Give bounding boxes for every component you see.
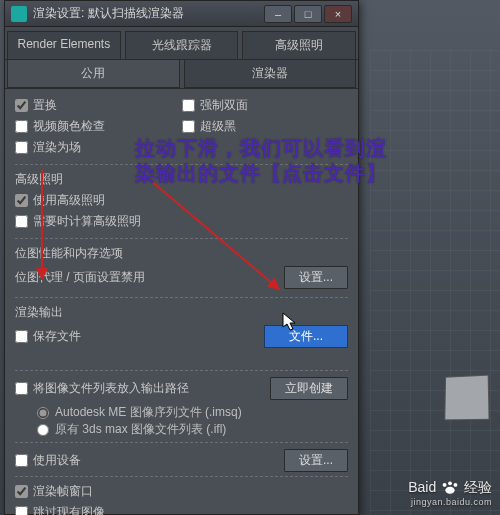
label-bitmap-proxy-disabled: 位图代理 / 页面设置禁用 bbox=[15, 269, 284, 286]
label-displacement: 置换 bbox=[33, 97, 57, 114]
watermark-suffix: 经验 bbox=[464, 479, 492, 495]
label-put-image-list-in-path: 将图像文件列表放入输出路径 bbox=[33, 380, 189, 397]
titlebar: 渲染设置: 默认扫描线渲染器 – □ × bbox=[5, 1, 358, 27]
restore-button[interactable]: □ bbox=[294, 5, 322, 23]
tabs-upper: Render Elements 光线跟踪器 高级照明 bbox=[5, 27, 358, 60]
tab-render-elements[interactable]: Render Elements bbox=[7, 31, 121, 59]
checkbox-render-frame-window[interactable] bbox=[15, 485, 28, 498]
tab-renderer[interactable]: 渲染器 bbox=[184, 60, 357, 88]
checkbox-save-file[interactable] bbox=[15, 330, 28, 343]
device-setup-button[interactable]: 设置... bbox=[284, 449, 348, 472]
section-bitmap: 位图性能和内存选项 bbox=[15, 238, 348, 262]
checkbox-compute-adv-lighting[interactable] bbox=[15, 215, 28, 228]
svg-point-3 bbox=[448, 482, 452, 486]
checkbox-displacement[interactable] bbox=[15, 99, 28, 112]
checkbox-use-device[interactable] bbox=[15, 454, 28, 467]
label-skip-existing: 跳过现有图像 bbox=[33, 504, 105, 515]
create-now-button[interactable]: 立即创建 bbox=[270, 377, 348, 400]
label-render-frame-window: 渲染帧窗口 bbox=[33, 483, 93, 500]
checkbox-force-two-sided[interactable] bbox=[182, 99, 195, 112]
watermark: Baid 经验 jingyan.baidu.com bbox=[408, 479, 492, 507]
checkbox-render-to-fields[interactable] bbox=[15, 141, 28, 154]
tab-common[interactable]: 公用 bbox=[7, 60, 180, 88]
checkbox-video-color-check[interactable] bbox=[15, 120, 28, 133]
label-legacy-ifl: 原有 3ds max 图像文件列表 (.ifl) bbox=[55, 421, 226, 438]
label-render-to-fields: 渲染为场 bbox=[33, 139, 81, 156]
checkbox-use-adv-lighting[interactable] bbox=[15, 194, 28, 207]
label-use-adv-lighting: 使用高级照明 bbox=[33, 192, 105, 209]
tab-advanced-lighting[interactable]: 高级照明 bbox=[242, 31, 356, 59]
label-video-color-check: 视频颜色检查 bbox=[33, 118, 105, 135]
app-icon bbox=[11, 6, 27, 22]
checkbox-super-black[interactable] bbox=[182, 120, 195, 133]
section-render-output: 渲染输出 bbox=[15, 297, 348, 321]
watermark-brand: Baid bbox=[408, 479, 436, 495]
file-button[interactable]: 文件... bbox=[264, 325, 348, 348]
viewport-grid bbox=[370, 50, 500, 515]
radio-legacy-ifl[interactable] bbox=[37, 424, 49, 436]
checkbox-put-image-list-in-path[interactable] bbox=[15, 382, 28, 395]
svg-point-4 bbox=[454, 483, 458, 487]
tabs-lower: 公用 渲染器 bbox=[5, 60, 358, 89]
checkbox-skip-existing[interactable] bbox=[15, 506, 28, 515]
radio-autodesk-imsq[interactable] bbox=[37, 407, 49, 419]
svg-point-5 bbox=[445, 487, 454, 494]
bitmap-setup-button[interactable]: 设置... bbox=[284, 266, 348, 289]
annotation-line-1: 拉动下滑，我们可以看到渲 bbox=[135, 135, 387, 162]
tab-raytracer[interactable]: 光线跟踪器 bbox=[125, 31, 239, 59]
watermark-url: jingyan.baidu.com bbox=[408, 497, 492, 507]
label-autodesk-imsq: Autodesk ME 图像序列文件 (.imsq) bbox=[55, 404, 242, 421]
close-button[interactable]: × bbox=[324, 5, 352, 23]
paw-icon bbox=[440, 481, 460, 495]
label-compute-adv-lighting: 需要时计算高级照明 bbox=[33, 213, 141, 230]
label-force-two-sided: 强制双面 bbox=[200, 97, 248, 114]
svg-point-2 bbox=[443, 483, 447, 487]
minimize-button[interactable]: – bbox=[264, 5, 292, 23]
render-settings-dialog: 渲染设置: 默认扫描线渲染器 – □ × Render Elements 光线跟… bbox=[4, 0, 359, 515]
window-title: 渲染设置: 默认扫描线渲染器 bbox=[33, 5, 262, 22]
annotation-line-2: 染输出的文件【点击文件】 bbox=[135, 160, 387, 187]
label-save-file: 保存文件 bbox=[33, 328, 81, 345]
scene-object-cube bbox=[444, 375, 489, 421]
label-use-device: 使用设备 bbox=[33, 452, 81, 469]
label-super-black: 超级黑 bbox=[200, 118, 236, 135]
